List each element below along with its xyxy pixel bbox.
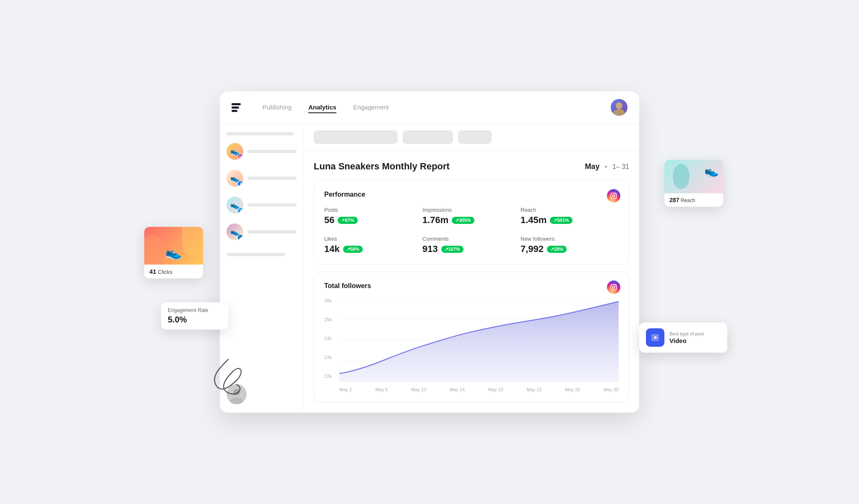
float-reach-card: 👟 287 Reach [664, 160, 723, 207]
svg-point-13 [615, 285, 616, 286]
impressions-value-row: 1.76m ↗305% [422, 215, 521, 226]
report-header: Luna Sneakers Monthly Report May • 1– 31 [314, 161, 629, 172]
best-post-icon [646, 328, 664, 347]
twitter-badge: 𝕏 [237, 208, 243, 213]
metric-posts: Posts 56 ↗87% [324, 207, 422, 226]
likes-value: 14k [324, 244, 340, 255]
x-axis: May 2 May 6 May 10 May 14 May 18 May 22 … [339, 387, 619, 392]
impressions-change-badge: ↗305% [452, 217, 474, 224]
chart-instagram-icon [607, 281, 620, 294]
linkedin-badge: in [237, 234, 243, 240]
svg-point-1 [613, 109, 625, 116]
sidebar-item-linkedin[interactable]: 👟 in [226, 221, 297, 243]
svg-point-0 [616, 102, 622, 109]
float-reach-label: 287 Reach [664, 193, 723, 207]
sidebar-item-twitter[interactable]: 👟 𝕏 [226, 194, 297, 216]
engagement-value: 5.0% [168, 315, 221, 325]
comments-label: Comments [422, 236, 521, 242]
x-label-may2: May 2 [339, 387, 352, 392]
likes-change-badge: ↗58% [343, 246, 363, 253]
reach-value: 1.45m [521, 215, 547, 226]
account-line-2 [247, 177, 297, 180]
followers-chart-card: Total followers 26k 25k 24k 23k 22k [314, 272, 629, 403]
metric-likes: Likes 14k ↗58% [324, 236, 422, 255]
filter-skeleton-2 [403, 130, 453, 144]
float-reach-text: Reach [681, 197, 695, 203]
facebook-badge: f [237, 181, 243, 187]
tab-analytics[interactable]: Analytics [308, 102, 336, 113]
y-label-26k: 26k [324, 298, 332, 303]
tab-engagement[interactable]: Engagement [353, 102, 389, 113]
main-content: Luna Sneakers Monthly Report May • 1– 31… [304, 124, 639, 413]
new-followers-label: New followers [521, 236, 619, 242]
new-followers-value: 7,992 [521, 244, 544, 255]
impressions-value: 1.76m [422, 215, 448, 226]
performance-title: Performance [324, 191, 619, 198]
sidebar-skeleton-2 [226, 253, 285, 256]
account-avatar-instagram: 👟 [226, 143, 243, 160]
x-label-may6: May 6 [375, 387, 388, 392]
nav-bar: Publishing Analytics Engagement [220, 91, 639, 124]
best-post-label: Best type of post [669, 331, 704, 336]
float-clicks-label: 41 Clicks [144, 265, 203, 278]
sidebar-skeleton-1 [226, 132, 294, 135]
svg-point-10 [615, 194, 616, 195]
likes-value-row: 14k ↗58% [324, 244, 422, 255]
svg-point-12 [612, 286, 614, 288]
svg-point-4 [242, 156, 242, 156]
x-label-may26: May 26 [565, 387, 580, 392]
float-engagement-card: Engagement Rate 5.0% [161, 302, 228, 330]
reach-change-badge: ↗501% [550, 217, 572, 224]
y-label-25k: 25k [324, 317, 332, 322]
account-avatar-facebook: 👟 f [226, 170, 243, 187]
likes-label: Likes [324, 236, 422, 242]
posts-value: 56 [324, 215, 334, 226]
svg-point-3 [240, 157, 242, 158]
x-label-may30: May 30 [604, 387, 619, 392]
metric-new-followers: New followers 7,992 ↗20% [521, 236, 619, 255]
x-label-may14: May 14 [450, 387, 465, 392]
account-line-4 [247, 230, 297, 234]
float-clicks-card: 👟 41 Clicks [144, 227, 203, 278]
y-axis: 26k 25k 24k 23k 22k [324, 298, 332, 379]
account-line-1 [247, 150, 297, 153]
top-filters [304, 124, 639, 151]
comments-value: 913 [422, 244, 438, 255]
performance-card: Performance Posts 56 ↗87% [314, 180, 629, 265]
svg-point-9 [612, 195, 614, 197]
metric-comments: Comments 913 ↗107% [422, 236, 521, 255]
sidebar-item-instagram[interactable]: 👟 [226, 140, 297, 162]
posts-label: Posts [324, 207, 422, 213]
best-post-text: Best type of post Video [669, 331, 704, 344]
new-followers-value-row: 7,992 ↗20% [521, 244, 619, 255]
logo-icon[interactable] [232, 103, 241, 112]
report-section: Luna Sneakers Monthly Report May • 1– 31… [304, 151, 639, 413]
filter-skeleton-1 [314, 130, 398, 144]
svg-rect-11 [611, 284, 616, 290]
best-post-value: Video [669, 337, 704, 344]
instagram-badge [237, 154, 243, 160]
report-date: May • 1– 31 [585, 162, 629, 171]
instagram-icon [607, 189, 620, 203]
posts-value-row: 56 ↗87% [324, 215, 422, 226]
avatar[interactable] [611, 99, 627, 116]
new-followers-change-badge: ↗20% [547, 246, 567, 253]
svg-rect-8 [611, 193, 616, 198]
nav-links: Publishing Analytics Engagement [263, 102, 597, 113]
account-avatar-linkedin: 👟 in [226, 223, 243, 240]
metric-reach: Reach 1.45m ↗501% [521, 207, 619, 226]
float-clicks-count: 41 [149, 268, 156, 275]
float-clicks-word: Clicks [158, 269, 172, 275]
metrics-grid: Posts 56 ↗87% Impressions 1.76m [324, 207, 619, 255]
engagement-label: Engagement Rate [168, 307, 221, 313]
report-month: May [585, 162, 599, 171]
chart-title: Total followers [324, 282, 619, 290]
account-line-3 [247, 203, 297, 207]
tab-publishing[interactable]: Publishing [263, 102, 292, 113]
posts-change-badge: ↗87% [338, 217, 357, 224]
sidebar-item-facebook[interactable]: 👟 f [226, 167, 297, 189]
impressions-label: Impressions [422, 207, 521, 213]
filter-skeleton-3 [458, 130, 492, 144]
float-reach-count: 287 [669, 197, 679, 203]
report-title: Luna Sneakers Monthly Report [314, 161, 450, 172]
